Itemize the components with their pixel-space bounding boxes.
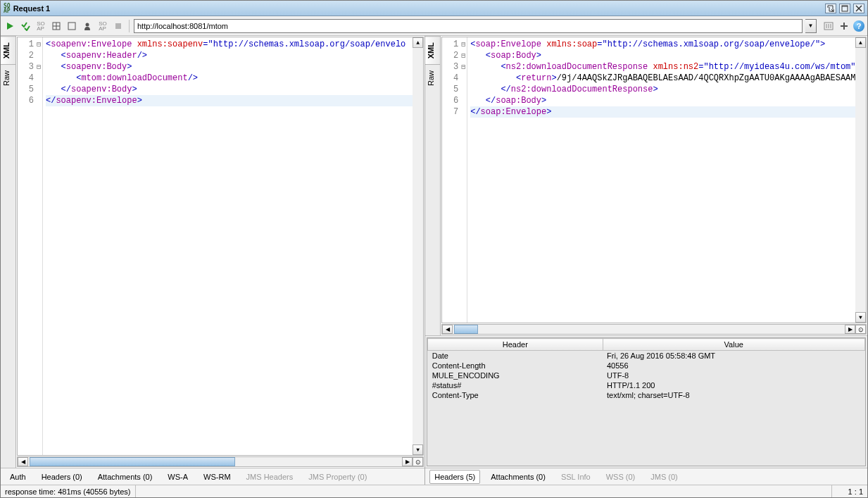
soap-icon: SOAP (4, 4, 11, 13)
code-line[interactable]: <soapenv:Header/> (46, 50, 420, 61)
stop-button[interactable] (112, 20, 125, 32)
table-cell: UTF-8 (603, 371, 865, 380)
code-line[interactable]: </soapenv:Envelope> (46, 95, 420, 106)
soap-tool2-icon[interactable]: SOAP (96, 20, 109, 32)
table-row[interactable]: DateFri, 26 Aug 2016 05:58:48 GMT (428, 351, 865, 361)
tab-auth[interactable]: Auth (5, 470, 31, 484)
response-headers-panel: Header Value DateFri, 26 Aug 2016 05:58:… (425, 335, 867, 485)
code-line[interactable]: </soap:Envelope> (470, 106, 863, 118)
table-cell: HTTP/1.1 200 (603, 380, 865, 390)
tab-ws-a[interactable]: WS-A (163, 470, 193, 484)
table-cell: text/xml; charset=UTF-8 (603, 390, 865, 400)
tab-ssl-info: SSL Info (556, 470, 596, 484)
main-split: XML Raw 123456 <soapenv:Envelope xmlns:s… (1, 36, 867, 485)
user-icon[interactable] (81, 20, 94, 32)
add-icon[interactable] (838, 20, 850, 32)
status-spacer-cell (797, 485, 832, 497)
response-code-editor[interactable]: 1234567 <soap:Envelope xmlns:soap="http:… (441, 37, 867, 323)
table-cell: 40556 (603, 361, 865, 371)
request-vscroll[interactable]: ▲▼ (413, 37, 423, 455)
code-line[interactable]: <soapenv:Envelope xmlns:soapenv="http://… (46, 39, 420, 50)
code-line[interactable]: </soap:Body> (470, 95, 863, 106)
tab-headers-0-[interactable]: Headers (0) (37, 470, 87, 484)
code-line[interactable]: <soap:Envelope xmlns:soap="http://schema… (470, 39, 863, 50)
help-icon[interactable]: ? (853, 20, 864, 32)
header-col-value[interactable]: Value (603, 339, 865, 351)
response-pane: XML Raw 1234567 <soap:Envelope xmlns:soa… (425, 36, 867, 485)
table-cell: Content-Type (428, 390, 603, 400)
toolbar-separator (129, 20, 130, 32)
tab-jms-property-0-: JMS Property (0) (303, 470, 372, 484)
tab-attachments-0-[interactable]: Attachments (0) (93, 470, 158, 484)
statusbar: response time: 481ms (40556 bytes) 1 : 1 (1, 485, 867, 497)
code-line[interactable]: <soap:Body> (470, 50, 863, 61)
request-tab-xml[interactable]: XML (1, 36, 15, 64)
empty-request-icon[interactable] (65, 20, 78, 32)
table-cell: MULE_ENCODING (428, 371, 603, 380)
titlebar: SOAP Request 1 (1, 1, 867, 16)
maximize-icon[interactable] (839, 4, 850, 13)
recreate-request-icon[interactable] (50, 20, 63, 32)
table-cell: Content-Length (428, 361, 603, 371)
code-line[interactable]: <soapenv:Body> (46, 61, 420, 73)
request-tab-raw[interactable]: Raw (1, 64, 15, 92)
request-hscroll[interactable]: ◀ ▶ ⊙ (17, 456, 424, 467)
toolbar: SOAP SOAP ▼ ? (1, 16, 867, 36)
svg-rect-8 (68, 23, 75, 30)
code-line[interactable]: <mtom:downloadDocument/> (46, 73, 420, 84)
response-vscroll[interactable]: ▲▼ (855, 37, 866, 323)
svg-rect-10 (115, 23, 121, 29)
table-row[interactable]: Content-Length40556 (428, 361, 865, 371)
tab-jms-headers: JMS Headers (241, 470, 298, 484)
code-line[interactable]: </soapenv:Body> (46, 84, 420, 95)
wsi-icon[interactable] (822, 20, 835, 32)
table-row[interactable]: #status#HTTP/1.1 200 (428, 380, 865, 390)
request-code-editor[interactable]: 123456 <soapenv:Envelope xmlns:soapenv="… (17, 37, 424, 456)
response-bottom-tabs: Headers (5)Attachments (0)SSL InfoWSS (0… (425, 468, 867, 485)
table-cell: Date (428, 351, 603, 361)
tab-headers-5-[interactable]: Headers (5) (429, 470, 480, 484)
submit-button[interactable] (4, 20, 16, 32)
response-hscroll[interactable]: ◀ ▶ ⊙ (441, 324, 867, 335)
tab-jms-0-: JMS (0) (646, 470, 683, 484)
response-side-tabs: XML Raw (425, 36, 441, 335)
response-tab-raw[interactable]: Raw (425, 64, 440, 92)
response-tab-xml[interactable]: XML (425, 36, 440, 64)
zoom-icon[interactable]: ⊙ (855, 325, 866, 334)
window-title: Request 1 (13, 4, 51, 13)
table-row[interactable]: Content-Typetext/xml; charset=UTF-8 (428, 390, 865, 400)
code-line[interactable]: <return>/9j/4AAQSkZJRgABAQEBLAEsAAD/4QCQ… (470, 73, 863, 84)
add-assertion-button[interactable] (19, 20, 32, 32)
svg-point-9 (86, 23, 89, 26)
code-line[interactable]: </ns2:downloadDocumentResponse> (470, 84, 863, 95)
request-side-tabs: XML Raw (1, 36, 16, 468)
endpoint-url-input[interactable] (134, 19, 803, 33)
status-response-time: response time: 481ms (40556 bytes) (1, 485, 136, 497)
table-cell: Fri, 26 Aug 2016 05:58:48 GMT (603, 351, 865, 361)
request-window: SOAP Request 1 SOAP (0, 0, 868, 498)
request-bottom-tabs: AuthHeaders (0)Attachments (0)WS-AWS-RMJ… (1, 468, 424, 485)
zoom-icon[interactable]: ⊙ (413, 457, 423, 466)
header-col-name[interactable]: Header (428, 339, 603, 351)
svg-marker-4 (7, 23, 13, 30)
close-icon[interactable] (853, 4, 864, 13)
tab-attachments-0-[interactable]: Attachments (0) (486, 470, 551, 484)
tab-wss-0-: WSS (0) (601, 470, 641, 484)
response-headers-table[interactable]: Header Value DateFri, 26 Aug 2016 05:58:… (427, 338, 865, 400)
restore-out-icon[interactable] (825, 4, 836, 13)
url-dropdown-button[interactable]: ▼ (805, 19, 817, 33)
request-pane: XML Raw 123456 <soapenv:Envelope xmlns:s… (1, 36, 425, 485)
soap-tool-icon[interactable]: SOAP (34, 20, 47, 32)
code-line[interactable]: <ns2:downloadDocumentResponse xmlns:ns2=… (470, 61, 863, 73)
table-cell: #status# (428, 380, 603, 390)
tab-ws-rm[interactable]: WS-RM (199, 470, 236, 484)
table-row[interactable]: MULE_ENCODINGUTF-8 (428, 371, 865, 380)
status-cursor-pos: 1 : 1 (832, 485, 867, 497)
